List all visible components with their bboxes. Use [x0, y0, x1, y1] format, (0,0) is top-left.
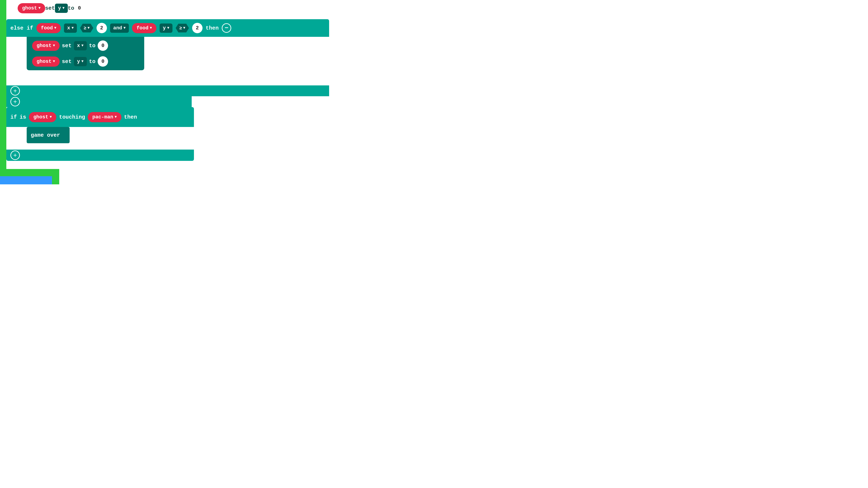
touching-label: touching	[59, 114, 85, 120]
y-axis-set-btn[interactable]: y ▼	[74, 57, 87, 66]
x-axis-set-btn[interactable]: x ▼	[74, 41, 87, 51]
y-axis-btn[interactable]: y ▼	[160, 24, 173, 33]
y-axis-btn-top[interactable]: y ▼	[55, 4, 68, 13]
bottom-blue-bar	[0, 176, 52, 184]
x-set-dropdown-arrow: ▼	[81, 43, 84, 48]
then-label-else-if: then	[206, 25, 219, 31]
ghost-set-x-row: ghost ▼ set x ▼ to 0	[29, 39, 142, 53]
else-if-label: else if	[10, 25, 33, 31]
plus-row-1: +	[6, 86, 329, 96]
left-green-bar	[0, 0, 6, 184]
gte1-btn[interactable]: ≥ ▼	[80, 24, 93, 33]
plus-row-2: +	[6, 96, 192, 107]
ghost-sprite-y-btn[interactable]: ghost ▼	[32, 57, 60, 67]
plus-button-3[interactable]: +	[10, 151, 20, 160]
ghost-y-dropdown-arrow: ▼	[53, 59, 55, 64]
if-touching-row: if is ghost ▼ touching pac-man ▼ then	[6, 107, 194, 127]
food1-btn[interactable]: food ▼	[36, 23, 61, 33]
x-axis-btn[interactable]: x ▼	[64, 24, 77, 33]
food1-dropdown-arrow: ▼	[54, 26, 57, 30]
to-label-top: to	[68, 5, 74, 11]
plus-button-1[interactable]: +	[10, 86, 20, 96]
game-over-label: game over	[31, 132, 60, 138]
plus-button-2[interactable]: +	[10, 97, 20, 106]
val1-circle[interactable]: 2	[96, 23, 107, 33]
val2-circle[interactable]: 2	[192, 23, 203, 33]
pacman-dropdown-arrow: ▼	[115, 115, 117, 119]
if-label: if	[10, 114, 17, 120]
ghost-sprite-x-btn[interactable]: ghost ▼	[32, 41, 60, 51]
main-container: ghost ▼ set y ▼ to 0 else if food ▼ x ▼ …	[6, 0, 329, 184]
set-label-top: set	[45, 5, 55, 11]
to-label-x: to	[89, 43, 96, 49]
is-label: is	[20, 114, 26, 120]
food2-dropdown-arrow: ▼	[150, 26, 152, 30]
food2-btn[interactable]: food ▼	[132, 23, 156, 33]
ghost-sprite-btn-top[interactable]: ghost ▼	[18, 3, 45, 13]
plus-row-3: +	[6, 150, 194, 161]
set-label-y: set	[62, 59, 72, 65]
pacman-btn[interactable]: pac-man ▼	[88, 112, 121, 122]
value-circle-top[interactable]: 0	[74, 3, 85, 13]
and-dropdown-arrow: ▼	[123, 26, 126, 30]
x-dropdown-arrow: ▼	[71, 26, 74, 30]
gte2-dropdown-arrow: ▼	[183, 26, 185, 30]
y-value-circle[interactable]: 0	[98, 56, 108, 67]
ghost-x-dropdown-arrow: ▼	[53, 43, 55, 48]
y-dropdown-arrow: ▼	[167, 26, 169, 30]
y-set-dropdown-arrow: ▼	[81, 59, 84, 64]
gte1-dropdown-arrow: ▼	[88, 26, 90, 30]
minus-button-else-if[interactable]: −	[222, 23, 231, 33]
game-over-block: game over	[27, 127, 70, 143]
ghost-set-y-top-row: ghost ▼ set y ▼ to 0	[18, 0, 85, 16]
then-label-if: then	[124, 114, 137, 120]
gte2-btn[interactable]: ≥ ▼	[176, 24, 189, 33]
else-if-row: else if food ▼ x ▼ ≥ ▼ 2 and ▼ food ▼ y …	[6, 19, 329, 37]
ghost-dropdown-arrow-top: ▼	[38, 6, 41, 10]
y-dropdown-arrow-top: ▼	[62, 6, 65, 10]
ghost-sprite-touching-btn[interactable]: ghost ▼	[29, 112, 57, 122]
x-value-circle[interactable]: 0	[98, 40, 108, 51]
ghost-set-y-row: ghost ▼ set y ▼ to 0	[29, 55, 142, 68]
ghost-touching-dropdown-arrow: ▼	[50, 115, 52, 119]
and-btn[interactable]: and ▼	[110, 24, 129, 33]
to-label-y: to	[89, 59, 96, 65]
set-label-x: set	[62, 43, 72, 49]
inner-block-else-if: ghost ▼ set x ▼ to 0 ghost ▼ set y ▼ to	[27, 37, 144, 70]
